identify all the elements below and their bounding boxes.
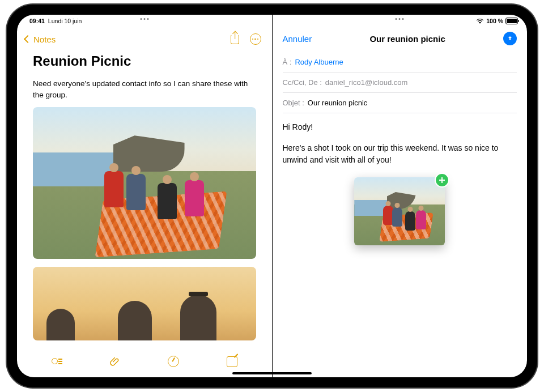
mail-send-button[interactable] [503, 32, 517, 45]
notes-back-button[interactable]: Notes [25, 35, 56, 44]
wifi-icon [476, 18, 484, 24]
notes-back-label: Notes [33, 35, 56, 44]
attach-button[interactable] [108, 355, 122, 368]
mail-to-value: Rody Albuerne [295, 58, 343, 66]
arrow-up-icon [507, 35, 513, 42]
compose-button[interactable] [226, 355, 239, 368]
mail-from-value: daniel_rico1@icloud.com [325, 78, 407, 87]
note-photo-1[interactable] [33, 107, 256, 259]
ellipsis-circle-icon [250, 33, 261, 45]
note-body-text[interactable]: Need everyone's updated contact info so … [33, 78, 256, 100]
split-right-mail-app: 100 % Annuler Our reunion picnic À : Rod… [273, 15, 528, 377]
mail-subject-field[interactable]: Objet : Our reunion picnic [283, 93, 517, 113]
battery-percent: 100 % [486, 18, 503, 24]
mail-cc-from-field[interactable]: Cc/Cci, De : daniel_rico1@icloud.com [283, 73, 517, 93]
split-left-notes-app: 09:41 Lundi 10 juin Notes [17, 15, 272, 377]
status-time: 09:41 [29, 18, 45, 24]
mail-body-greeting: Hi Rody! [283, 121, 517, 133]
mail-to-label: À : [283, 58, 292, 66]
mail-cc-label: Cc/Cci, De : [283, 78, 322, 87]
add-badge-icon [435, 173, 449, 188]
svg-point-0 [479, 23, 481, 24]
mail-cancel-button[interactable]: Annuler [283, 34, 312, 44]
mail-header-fields: À : Rody Albuerne Cc/Cci, De : daniel_ri… [273, 50, 528, 113]
home-indicator[interactable] [232, 372, 312, 374]
checklist-button[interactable] [50, 355, 63, 368]
share-button[interactable] [227, 35, 244, 44]
note-photo-2[interactable] [33, 267, 256, 340]
multitask-dots-icon [140, 18, 148, 20]
mail-to-field[interactable]: À : Rody Albuerne [283, 52, 517, 73]
ipad-frame: 09:41 Lundi 10 juin Notes [7, 5, 537, 387]
mail-subject-label: Objet : [283, 99, 304, 107]
mail-nav-bar: Annuler Our reunion picnic [273, 27, 528, 50]
multitask-dots-icon [396, 18, 404, 20]
notes-nav-bar: Notes [17, 27, 272, 51]
note-content: Reunion Picnic Need everyone's updated c… [17, 51, 272, 349]
markup-button[interactable] [167, 355, 180, 368]
dragged-photo-thumbnail[interactable] [354, 177, 445, 245]
compose-icon [227, 356, 237, 367]
battery-icon [505, 18, 518, 24]
paperclip-icon [109, 356, 121, 367]
status-date: Lundi 10 juin [48, 18, 82, 24]
multitask-handle-left[interactable] [140, 17, 148, 20]
photo-illustration [33, 107, 256, 259]
multitask-handle-right[interactable] [396, 17, 404, 20]
ipad-screen: 09:41 Lundi 10 juin Notes [17, 15, 527, 377]
chevron-left-icon [24, 35, 32, 43]
markup-icon [168, 356, 179, 367]
photo-illustration-2 [33, 267, 256, 340]
checklist-icon [52, 358, 62, 365]
thumbnail-image [354, 177, 445, 245]
mail-title: Our reunion picnic [312, 34, 503, 44]
mail-subject-value: Our reunion picnic [308, 99, 368, 107]
mail-body[interactable]: Hi Rody! Here's a shot I took on our tri… [273, 113, 528, 253]
mail-body-paragraph: Here's a shot I took on our trip this we… [283, 142, 517, 166]
more-button[interactable] [247, 33, 264, 45]
note-title[interactable]: Reunion Picnic [33, 53, 256, 69]
